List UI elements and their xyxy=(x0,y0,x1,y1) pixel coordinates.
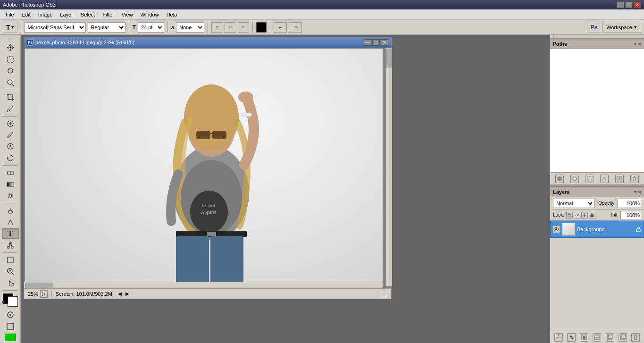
tool-preset-btn[interactable]: T ▾ xyxy=(3,22,17,33)
path-stroke-btn[interactable] xyxy=(570,175,579,183)
font-size-select[interactable]: 24 pt xyxy=(138,22,164,33)
align-right-button[interactable]: ≡ xyxy=(238,22,249,33)
menu-edit[interactable]: Edit xyxy=(18,11,34,18)
adjustment-layer-btn[interactable] xyxy=(593,333,601,342)
menu-select[interactable]: Select xyxy=(77,11,99,18)
ps-icon-btn[interactable]: Ps xyxy=(587,22,600,33)
healing-tool[interactable] xyxy=(2,118,19,128)
scroll-left-icon[interactable]: ◀ xyxy=(118,291,122,296)
delete-layer-btn[interactable] xyxy=(631,333,640,342)
maximize-button[interactable]: □ xyxy=(625,1,633,8)
layers-collapse-icon[interactable]: ▾ xyxy=(634,190,636,194)
align-left-button[interactable]: ≡ xyxy=(211,22,223,33)
brush-tool[interactable] xyxy=(2,130,19,140)
vertical-scroll-thumb[interactable] xyxy=(386,49,392,67)
menu-filter[interactable]: Filter xyxy=(99,11,117,18)
selection-to-path-btn[interactable] xyxy=(600,175,609,183)
layers-close-button[interactable]: × xyxy=(638,189,641,195)
view-mode-button[interactable] xyxy=(2,321,19,332)
shape-tool[interactable] xyxy=(2,255,19,265)
quick-mask-button[interactable] xyxy=(2,310,19,320)
move-tool[interactable] xyxy=(2,42,19,53)
hand-tool[interactable] xyxy=(2,278,19,288)
layers-panel-title: Layers xyxy=(553,189,569,195)
path-select-tool[interactable] xyxy=(2,240,19,250)
paths-close-button[interactable]: × xyxy=(638,41,641,47)
layer-mask-btn[interactable] xyxy=(580,333,588,342)
type-tool[interactable]: T xyxy=(2,228,19,239)
paths-collapse-icon[interactable]: ▾ xyxy=(634,42,636,46)
menu-help[interactable]: Help xyxy=(163,11,181,18)
eyedropper-tool[interactable] xyxy=(2,103,19,114)
menu-view[interactable]: View xyxy=(118,11,137,18)
layer-effects-btn[interactable]: fx xyxy=(567,333,576,342)
svg-point-9 xyxy=(9,145,11,147)
font-size-label: T xyxy=(133,24,136,31)
doc-minimize-button[interactable]: — xyxy=(364,39,371,46)
main-area: ⁞⁞ xyxy=(0,35,644,343)
lock-transparent-btn[interactable] xyxy=(566,212,573,218)
clone-stamp-tool[interactable] xyxy=(2,141,19,151)
blur-tool[interactable] xyxy=(2,191,19,201)
new-layer-btn[interactable] xyxy=(619,333,627,342)
horizontal-scrollbar[interactable] xyxy=(24,282,382,288)
path-to-selection-btn[interactable] xyxy=(585,175,594,183)
zoom-tool[interactable] xyxy=(2,266,19,276)
menu-file[interactable]: File xyxy=(2,11,18,18)
pen-tool[interactable] xyxy=(2,217,19,227)
text-color-swatch[interactable] xyxy=(256,22,267,33)
doc-close-button[interactable]: ✕ xyxy=(381,39,388,46)
dodge-tool[interactable] xyxy=(2,205,19,216)
align-center-button[interactable]: ≡ xyxy=(225,22,236,33)
layers-footer: fx xyxy=(550,331,644,343)
delete-path-btn[interactable] xyxy=(630,175,639,183)
link-layers-btn[interactable] xyxy=(554,333,563,342)
layers-lock-row: Lock: Fill: xyxy=(550,209,644,221)
opacity-input[interactable] xyxy=(618,199,641,208)
paths-panel-footer xyxy=(550,172,644,184)
zoom-btn[interactable]: ▷ xyxy=(40,290,48,298)
layer-background[interactable]: Background xyxy=(550,221,644,238)
quick-select-tool[interactable] xyxy=(2,77,19,87)
horizontal-scroll-thumb[interactable] xyxy=(25,283,53,288)
document-window: Ps pexels-photo-428338.jpeg @ 25% (RGB/8… xyxy=(24,37,392,299)
swap-colors-icon[interactable]: ⇄ xyxy=(2,300,5,304)
font-style-select[interactable]: Regular xyxy=(88,22,125,33)
marquee-tool[interactable] xyxy=(2,54,19,64)
lock-image-btn[interactable] xyxy=(574,212,580,218)
svg-line-22 xyxy=(12,273,14,275)
scroll-right-icon[interactable]: ▶ xyxy=(125,291,129,296)
new-path-btn[interactable] xyxy=(615,175,624,183)
font-family-select[interactable]: Microsoft Sans Serif xyxy=(25,22,86,33)
character-panel-button[interactable]: ≣ xyxy=(289,22,302,33)
antialias-select[interactable]: None xyxy=(176,22,204,33)
layer-visibility-toggle[interactable] xyxy=(552,226,560,233)
minimize-button[interactable]: — xyxy=(617,1,624,8)
document-canvas[interactable]: Culprit Apparel xyxy=(24,48,392,288)
sep4 xyxy=(208,22,208,33)
svg-point-14 xyxy=(9,194,12,197)
workspace-button[interactable]: Workspace ▾ xyxy=(602,22,641,33)
lasso-tool[interactable] xyxy=(2,66,19,76)
resize-handle[interactable] xyxy=(381,291,387,297)
fill-input[interactable] xyxy=(620,211,641,219)
lock-all-btn[interactable] xyxy=(589,212,595,218)
warp-text-button[interactable]: ⌢ xyxy=(274,22,287,33)
close-button[interactable]: ✕ xyxy=(634,1,641,8)
lock-position-btn[interactable] xyxy=(581,212,588,218)
menu-image[interactable]: Image xyxy=(34,11,57,18)
blend-mode-select[interactable]: Normal xyxy=(553,199,594,208)
svg-text:Culprit: Culprit xyxy=(202,203,216,208)
menu-window[interactable]: Window xyxy=(137,11,163,18)
eraser-tool[interactable] xyxy=(2,167,19,178)
doc-maximize-button[interactable]: □ xyxy=(372,39,380,46)
menu-layer[interactable]: Layer xyxy=(56,11,77,18)
gradient-tool[interactable] xyxy=(2,179,19,189)
new-group-btn[interactable] xyxy=(606,333,614,342)
history-brush-tool[interactable] xyxy=(2,153,19,163)
paths-panel-controls: ▾ × xyxy=(634,41,641,47)
background-color[interactable] xyxy=(8,296,18,307)
path-fill-btn[interactable] xyxy=(555,175,564,183)
crop-tool[interactable] xyxy=(2,92,19,102)
vertical-scrollbar[interactable] xyxy=(385,48,392,286)
